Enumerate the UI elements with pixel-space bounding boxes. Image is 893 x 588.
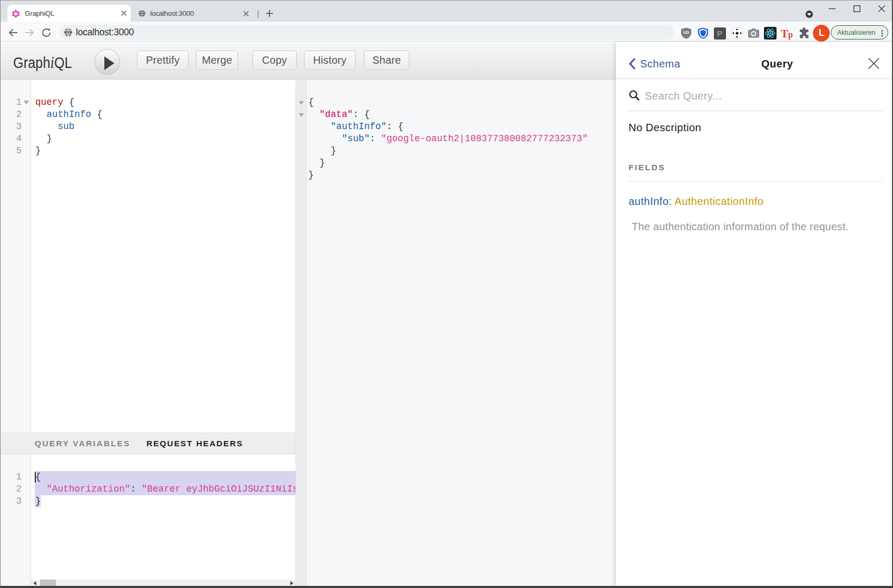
svg-text:UD: UD <box>683 30 690 35</box>
